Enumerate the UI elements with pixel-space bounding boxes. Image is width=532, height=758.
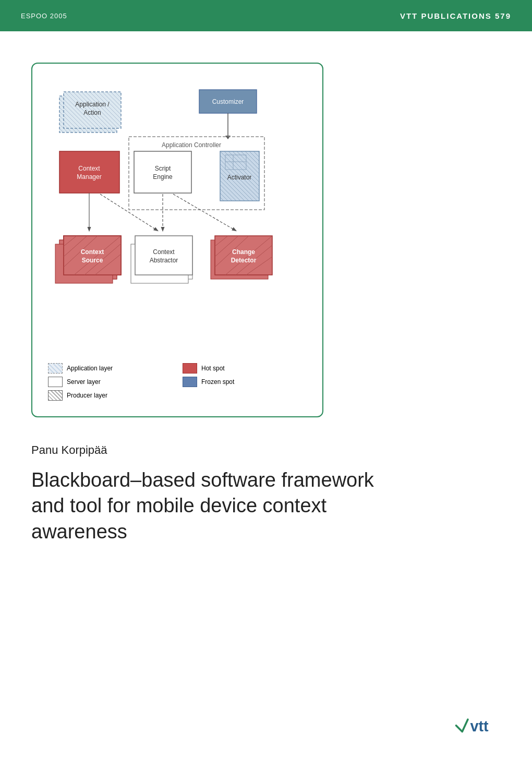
svg-text:Engine: Engine	[153, 173, 173, 181]
diagram-legend: Application layer Hot spot Server layer …	[48, 363, 307, 401]
server-layer-icon	[48, 377, 63, 387]
hot-spot-label: Hot spot	[201, 365, 225, 372]
svg-text:vtt: vtt	[470, 718, 489, 735]
legend-frozen-spot: Frozen spot	[183, 377, 307, 387]
app-controller-label: Application Controller	[162, 141, 221, 149]
vtt-logo: vtt	[454, 709, 501, 737]
main-content: Application / Action Customizer Applicat…	[0, 31, 532, 597]
svg-text:Source: Source	[82, 257, 103, 264]
location-label: ESPOO 2005	[21, 12, 67, 20]
svg-text:Manager: Manager	[77, 173, 101, 181]
svg-text:Detector: Detector	[231, 257, 257, 264]
legend-hot-spot: Hot spot	[183, 363, 307, 374]
publication-label: VTT PUBLICATIONS 579	[400, 11, 511, 20]
svg-rect-19	[59, 151, 119, 193]
architecture-diagram: Application / Action Customizer Applicat…	[31, 63, 323, 417]
hot-spot-icon	[183, 363, 197, 374]
context-manager-label: Context	[78, 165, 100, 172]
svg-rect-21	[134, 151, 191, 193]
diagram-svg: Application / Action Customizer Applicat…	[48, 79, 309, 351]
legend-server-layer: Server layer	[48, 377, 172, 387]
app-layer-icon	[48, 363, 63, 374]
page-header: ESPOO 2005 VTT PUBLICATIONS 579	[0, 0, 532, 31]
svg-text:Abstractor: Abstractor	[150, 257, 178, 264]
frozen-spot-icon	[183, 377, 197, 387]
svg-marker-13	[225, 136, 231, 139]
app-layer-label: Application layer	[67, 365, 113, 372]
change-detector-label: Change	[232, 248, 255, 256]
context-abstractor-label: Context	[153, 248, 175, 256]
customizer-label: Customizer	[212, 98, 244, 105]
author-name: Panu Korpipää	[31, 443, 501, 457]
app-action-label: Application /	[75, 101, 110, 108]
legend-app-layer: Application layer	[48, 363, 172, 374]
svg-text:Action: Action	[83, 109, 101, 116]
book-title: Blackboard–based software framework and …	[31, 467, 396, 545]
script-engine-label: Script	[155, 165, 171, 172]
frozen-spot-label: Frozen spot	[201, 378, 234, 386]
context-source-label: Context	[81, 248, 104, 256]
producer-layer-icon	[48, 390, 63, 401]
server-layer-label: Server layer	[67, 378, 101, 386]
legend-producer-layer: Producer layer	[48, 390, 172, 401]
producer-layer-label: Producer layer	[67, 392, 107, 399]
activator-label: Activator	[227, 174, 252, 181]
